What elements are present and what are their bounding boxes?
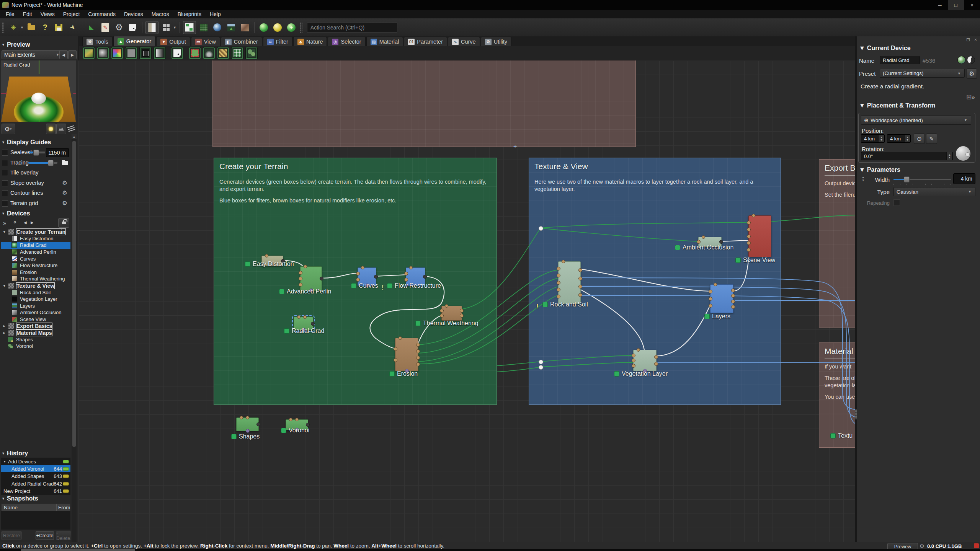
enabled-indicator-icon[interactable]: [231, 434, 237, 439]
slider-thumb[interactable]: [48, 160, 54, 166]
palette-random-icon[interactable]: [171, 47, 183, 59]
top-port[interactable]: [297, 315, 301, 319]
build-settings-gear-icon[interactable]: ⚙: [920, 543, 924, 549]
enabled-indicator-icon[interactable]: [830, 433, 836, 439]
node-scene-view[interactable]: [748, 215, 771, 257]
palette-hill-icon[interactable]: [203, 47, 215, 59]
input-port[interactable]: [632, 354, 635, 357]
display-guides-header[interactable]: ▼Display Guides: [2, 139, 51, 146]
preview-section-header[interactable]: ▼Preview: [2, 41, 30, 48]
enabled-indicator-icon[interactable]: [245, 261, 250, 267]
worldspace-dropdown[interactable]: ⊕Worldspace (Inherited)▼: [861, 116, 971, 125]
output-port[interactable]: [416, 362, 420, 366]
input-port[interactable]: [404, 278, 408, 282]
output-port[interactable]: [416, 349, 420, 353]
tree-device-voronoi[interactable]: Voronoi: [1, 343, 70, 350]
tree-device-scene-view[interactable]: Scene View: [1, 316, 70, 323]
folder-icon[interactable]: [62, 161, 68, 165]
output-port[interactable]: [306, 423, 310, 427]
lighting-button[interactable]: [46, 124, 56, 134]
tree-device-thermal-weathering[interactable]: Thermal Weathering: [1, 276, 70, 282]
wire-junction-dot[interactable]: [539, 365, 543, 370]
layout-quad-dropdown-icon[interactable]: ▼: [173, 26, 176, 29]
palette-voronoi-icon[interactable]: [245, 47, 258, 59]
tree-device-easy-distortion[interactable]: Easy Distortion: [1, 235, 70, 242]
enabled-indicator-icon[interactable]: [351, 283, 356, 289]
tree-device-curves[interactable]: Curves: [1, 255, 70, 262]
input-port[interactable]: [299, 271, 302, 275]
output-port[interactable]: [311, 322, 315, 326]
palette-constant-icon[interactable]: [125, 47, 137, 59]
tree-device-shapes[interactable]: Shapes: [1, 336, 70, 343]
devices-header[interactable]: ▼Devices: [2, 210, 30, 217]
output-port[interactable]: [578, 268, 582, 272]
history-expand-icon[interactable]: ▼: [3, 460, 6, 463]
terrain-grid-checkbox[interactable]: [2, 201, 8, 207]
menu-views[interactable]: Views: [36, 11, 59, 17]
position-y-spinner[interactable]: 4 km▲▼: [887, 134, 911, 143]
node-shapes[interactable]: [236, 417, 259, 431]
import-icon[interactable]: ➤: [67, 21, 79, 34]
palette-gradient-icon[interactable]: [154, 47, 166, 59]
node-layers[interactable]: [710, 284, 733, 313]
input-port[interactable]: [557, 281, 560, 285]
output-port[interactable]: [416, 343, 420, 347]
parameters-header[interactable]: ▼Parameters: [859, 166, 900, 173]
view-3d-icon[interactable]: ▲: [225, 21, 237, 34]
tree-group-export-basics[interactable]: ►Export Basics: [1, 323, 70, 329]
tree-device-layers[interactable]: Layers: [1, 303, 70, 310]
palette-select-icon[interactable]: [189, 47, 201, 59]
sealevel-checkbox[interactable]: [2, 150, 8, 156]
output-port[interactable]: [654, 362, 658, 366]
enabled-indicator-icon[interactable]: [415, 321, 421, 326]
lock-button[interactable]: [58, 218, 69, 228]
layout-quad-icon[interactable]: [160, 21, 172, 34]
snapshot-create-button[interactable]: +Create: [36, 531, 54, 540]
node-vegetation-layer[interactable]: [633, 350, 657, 371]
position-x-spinner[interactable]: 4 km▲▼: [861, 134, 885, 143]
position-pen-button[interactable]: ✎: [926, 134, 937, 144]
tree-expand-icon[interactable]: ►: [3, 324, 6, 328]
input-port[interactable]: [747, 248, 751, 252]
wire-junction-dot[interactable]: [539, 360, 543, 364]
input-port[interactable]: [747, 235, 751, 238]
top-port[interactable]: [303, 315, 307, 319]
tab-parameter[interactable]: 01Parameter: [404, 37, 447, 46]
save-icon[interactable]: [53, 21, 65, 34]
input-port[interactable]: [747, 241, 751, 245]
tree-expand-icon[interactable]: ▼: [3, 284, 6, 288]
input-port[interactable]: [356, 278, 360, 282]
preview-settings-button[interactable]: ⚙▾: [2, 124, 15, 134]
node-rock-and-soil[interactable]: [558, 261, 581, 304]
history-row-643[interactable]: Added Shapes643: [1, 472, 70, 479]
input-port[interactable]: [557, 288, 560, 292]
input-port[interactable]: [697, 240, 701, 244]
enabled-indicator-icon[interactable]: [735, 258, 741, 263]
mask-port[interactable]: [246, 429, 250, 433]
tab-utility[interactable]: ⚙Utility: [481, 37, 511, 46]
mask-toggle-icon[interactable]: [967, 56, 975, 64]
palette-file-icon[interactable]: [139, 47, 152, 59]
new-project-dropdown-icon[interactable]: ▼: [20, 26, 24, 29]
grid-settings-icon[interactable]: ⊞⚙: [966, 93, 975, 101]
scrollbar-thumb[interactable]: [72, 141, 76, 447]
rotation-spinner[interactable]: 0.0°▲▼: [861, 152, 953, 160]
tab-view[interactable]: ▭View: [191, 37, 220, 46]
tab-combiner[interactable]: ◧Combiner: [221, 37, 262, 46]
input-port[interactable]: [440, 309, 444, 313]
width-slider-thumb[interactable]: [904, 176, 910, 183]
output-port[interactable]: [719, 240, 723, 244]
history-row-642[interactable]: Added Radial Grad642: [1, 480, 70, 487]
palette-noise-icon[interactable]: [97, 47, 109, 59]
top-port[interactable]: [702, 235, 705, 239]
slope-display-button[interactable]: [67, 124, 76, 134]
node-advanced-perlin[interactable]: [300, 266, 322, 291]
type-dropdown[interactable]: Gaussian▼: [893, 187, 975, 196]
tree-device-advanced-perlin[interactable]: Advanced Perlin: [1, 249, 70, 256]
build-all-icon[interactable]: +: [285, 21, 297, 34]
tree-expand-icon[interactable]: ▼: [3, 230, 6, 234]
next-device-icon[interactable]: ▶: [31, 220, 34, 225]
preset-dropdown[interactable]: (Current Settings)▼: [880, 69, 965, 78]
top-port[interactable]: [361, 266, 364, 269]
input-port[interactable]: [747, 221, 751, 225]
